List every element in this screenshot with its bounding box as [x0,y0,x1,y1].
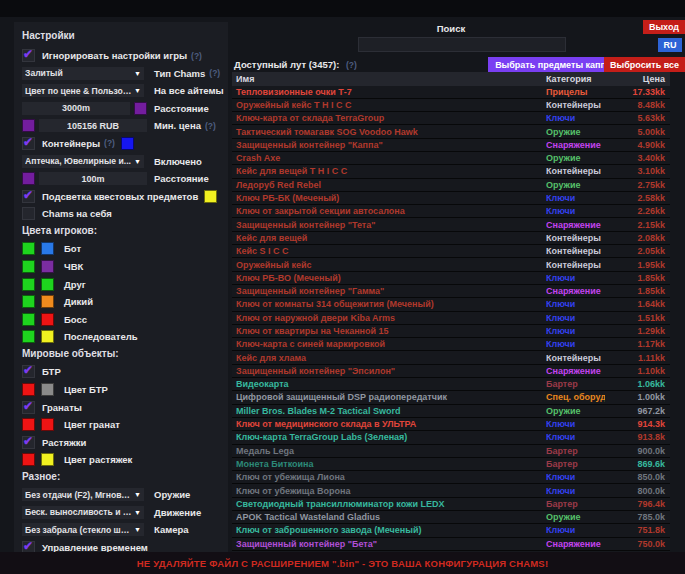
color-swatch[interactable] [41,418,54,431]
color-swatch[interactable] [41,330,54,343]
checkbox-подсветка-квестовых-предметов[interactable] [22,190,35,203]
color-swatch[interactable] [41,278,54,291]
help-hint: (?) [191,51,202,61]
item-price: 5.00kk [605,127,670,137]
table-row[interactable]: Кейс S I C CКонтейнеры2.05kk [232,245,670,258]
color-swatch[interactable] [22,313,35,326]
table-row[interactable]: Ледоруб Red RebelОружие2.75kk [232,179,670,192]
table-row[interactable]: Ключ от убежища ВоронаКлючи800.0k [232,484,670,497]
table-row[interactable]: Ключ от наружной двери Kiba ArmsКлючи1.5… [232,312,670,325]
item-category: Оружие [546,406,605,416]
item-category: Спец. оборудование [546,392,605,402]
table-row[interactable]: Защищенный контейнер "Тета"Снаряжение2.1… [232,218,670,231]
checkbox-контейнеры[interactable] [22,137,35,150]
color-swatch[interactable] [41,242,54,255]
table-row[interactable]: Монета БиткоинаБартер869.6k [232,458,670,471]
color-swatch[interactable] [41,383,54,396]
color-swatch[interactable] [41,260,54,273]
item-name: Ключ от медицинского склада в УЛЬТРА [232,419,546,429]
item-category: Снаряжение [546,220,605,230]
language-button[interactable]: RU [658,38,682,52]
checkbox-растяжки[interactable] [22,436,35,449]
table-row[interactable]: Защищенный контейнер "Эпсилон"Снаряжение… [232,365,670,378]
table-row[interactable]: Ключ РБ-ВО (Меченый)Ключи1.85kk [232,272,670,285]
color-swatch[interactable] [22,260,35,273]
table-row[interactable]: Защищенный контейнер "Каппа"Снаряжение4.… [232,139,670,152]
table-row[interactable]: ВидеокартаБартер1.06kk [232,378,670,391]
item-category: Снаряжение [546,366,605,376]
item-price: 2.58kk [605,193,670,203]
item-category: Ключи [546,339,605,349]
item-name: Оружейный кейс [232,260,546,270]
table-row[interactable]: Ключ от медицинского склада в УЛЬТРАКлюч… [232,418,670,431]
value-input-мин-цена[interactable]: 105156 RUB [39,119,147,132]
table-row[interactable]: Ключ-карта с синей маркировкойКлючи1.17k… [232,338,670,351]
color-swatch[interactable] [41,453,54,466]
table-row[interactable]: Miller Bros. Blades M-2 Tactical SwordОр… [232,405,670,418]
dropdown-тип-chams[interactable]: Залитый▼ [22,67,144,80]
color-swatch[interactable] [22,242,35,255]
table-row[interactable]: Ключ-карта от склада TerraGroupКлючи5.63… [232,112,670,125]
dropdown-движение[interactable]: Беск. выносливость и нет уста▼ [22,506,144,519]
dropdown-на-все-айтемы[interactable]: Цвет по цене & Пользователь▼ [22,84,144,97]
dropdown-label: Камера [154,524,189,535]
checkbox-игнорировать-настройки-игры[interactable] [22,49,35,62]
input-row-мин-цена: 105156 RUBМин. цена(?) [22,119,220,132]
table-row[interactable]: Оружейный кейсКонтейнеры1.95kk [232,258,670,271]
color-swatch[interactable] [204,190,217,203]
dropdown-label: На все айтемы [154,85,224,96]
colorpair-label: Бот [64,243,81,254]
table-row[interactable]: Ключ от комнаты 314 общежития (Меченый)К… [232,298,670,311]
table-row[interactable]: Тактический томагавк SOG Voodoo HawkОруж… [232,125,670,138]
drop-all-button[interactable]: Выбросить все [604,57,685,72]
color-swatch[interactable] [22,330,35,343]
color-swatch[interactable] [22,119,35,132]
table-row[interactable]: Светодиодный трансиллюминатор кожи LEDXБ… [232,498,670,511]
config-warning-text: НЕ УДАЛЯЙТЕ ФАЙЛ С РАСШИРЕНИЕМ ".bin" - … [137,558,549,569]
table-row[interactable]: APOK Tactical Wasteland GladiusОружие785… [232,511,670,524]
table-row[interactable]: Ключ от заброшенного завода (Меченый)Клю… [232,524,670,537]
item-price: 3.40kk [605,153,670,163]
item-price: 796.4k [605,499,670,509]
color-swatch[interactable] [134,102,147,115]
dropdown-камера[interactable]: Без забрала (стекло шлема)▼ [22,523,144,536]
table-row[interactable]: Ключ РБ-БК (Меченый)Ключи2.58kk [232,192,670,205]
value-input-расстояние[interactable]: 100m [39,172,147,185]
search-input[interactable] [358,37,566,52]
select-kappa-items-button[interactable]: Выбрать предметы каппа [488,57,618,72]
table-row[interactable]: Оружейный кейс T H I C CКонтейнеры8.48kk [232,99,670,112]
item-price: 2.15kk [605,220,670,230]
color-swatch[interactable] [41,295,54,308]
color-swatch[interactable] [22,453,35,466]
color-swatch[interactable] [22,383,35,396]
color-swatch[interactable] [22,172,35,185]
checkbox-chams-на-себя[interactable] [22,207,35,220]
color-swatch[interactable] [41,313,54,326]
table-row[interactable]: Защищенный контейнер "Гамма"Снаряжение1.… [232,285,670,298]
dropdown-включено[interactable]: Аптечка, Ювелирные и...▼ [22,155,144,168]
table-row[interactable]: Медаль LegaБартер900.0k [232,445,670,458]
color-swatch[interactable] [22,295,35,308]
table-row[interactable]: Ключ от закрытой секции автосалонаКлючи2… [232,205,670,218]
dropdown-оружие[interactable]: Без отдачи (F2), Мгновенное п▼ [22,488,144,501]
table-row[interactable]: Кейс для вещей T H I C CКонтейнеры3.10kk [232,165,670,178]
checkbox-гранаты[interactable] [22,401,35,414]
color-swatch[interactable] [22,278,35,291]
color-swatch[interactable] [121,137,134,150]
exit-button[interactable]: Выход [643,20,685,34]
table-row[interactable]: Кейс для вещейКонтейнеры2.08kk [232,232,670,245]
table-row[interactable]: Ключ от квартиры на Чеканной 15Ключи1.29… [232,325,670,338]
color-swatch[interactable] [22,418,35,431]
control-zone: Залитый▼ [22,67,154,80]
checkbox-бтр[interactable] [22,365,35,378]
table-row[interactable]: Цифровой защищенный DSP радиопередатчикС… [232,391,670,404]
table-row[interactable]: Защищенный контейнер "Бета"Снаряжение750… [232,538,670,551]
value-input-расстояние[interactable]: 3000m [22,102,130,115]
dropdown-label: Оружие [154,489,190,500]
table-row[interactable]: Тепловизионные очки Т-7Прицелы17.33kk [232,86,670,99]
table-row[interactable]: Кейс для хламаКонтейнеры1.11kk [232,351,670,364]
item-category: Контейнеры [546,260,605,270]
table-row[interactable]: Crash AxeОружие3.40kk [232,152,670,165]
table-row[interactable]: Ключ от убежища ЛионаКлючи850.0k [232,471,670,484]
table-row[interactable]: Ключ-карта TerraGroup Labs (Зеленая)Ключ… [232,431,670,444]
